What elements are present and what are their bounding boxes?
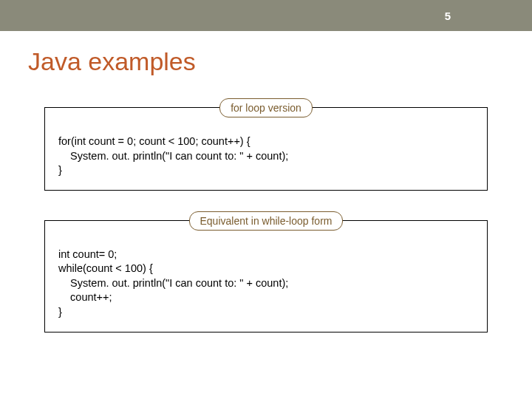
code-box-while: int count= 0; while(count < 100) { Syste…	[44, 220, 488, 332]
section-label-wrapper: Equivalent in while-loop form	[44, 211, 488, 231]
slide-title: Java examples	[28, 47, 532, 76]
code-line: for(int count = 0; count < 100; count++)…	[58, 134, 474, 149]
code-line: }	[58, 163, 474, 178]
code-line: while(count < 100) {	[58, 262, 474, 276]
section-label-for: for loop version	[219, 98, 313, 117]
content-area: for loop version for(int count = 0; coun…	[0, 76, 532, 332]
code-line: int count= 0;	[58, 248, 474, 262]
header-bar: 5	[0, 0, 532, 31]
section-label-while: Equivalent in while-loop form	[189, 211, 344, 231]
code-line: System. out. println("I can count to: " …	[58, 149, 474, 164]
section-label-wrapper: for loop version	[44, 98, 488, 117]
page-number: 5	[445, 10, 451, 22]
code-line: }	[58, 305, 474, 320]
code-box-for: for(int count = 0; count < 100; count++)…	[44, 107, 488, 191]
code-line: System. out. println("I can count to: " …	[58, 276, 474, 291]
code-line: count++;	[58, 290, 474, 305]
